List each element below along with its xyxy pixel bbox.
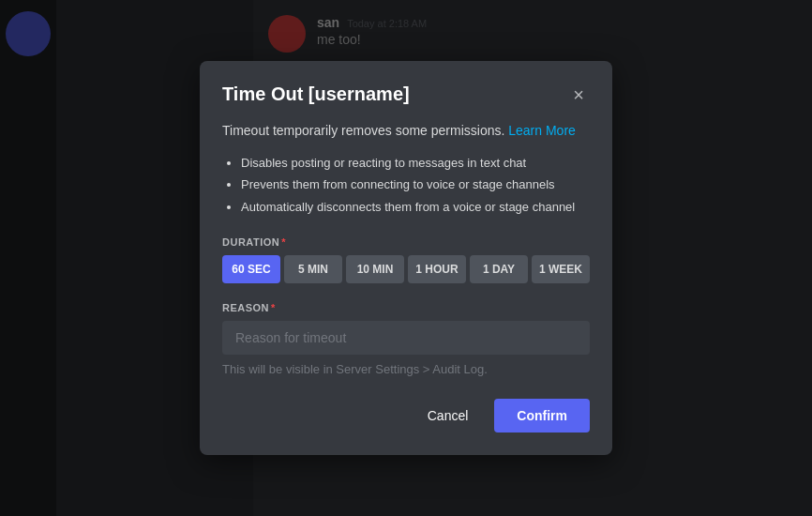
modal-title: Time Out [username] (222, 83, 410, 105)
duration-5min[interactable]: 5 MIN (284, 255, 342, 283)
audit-note: This will be visible in Server Settings … (222, 362, 590, 376)
permissions-list: Disables posting or reacting to messages… (222, 152, 590, 218)
learn-more-link[interactable]: Learn More (508, 123, 576, 138)
permission-item: Automatically disconnects them from a vo… (241, 196, 590, 218)
duration-1day[interactable]: 1 DAY (470, 255, 528, 283)
duration-1hour[interactable]: 1 HOUR (408, 255, 466, 283)
required-star: * (281, 236, 286, 248)
reason-label: REASON* (222, 302, 590, 313)
modal-description: Timeout temporarily removes some permiss… (222, 121, 590, 141)
reason-input[interactable] (222, 321, 590, 355)
required-star: * (271, 302, 276, 313)
modal-header: Time Out [username] × (222, 83, 590, 106)
modal-overlay: Time Out [username] × Timeout temporaril… (0, 0, 812, 516)
cancel-button[interactable]: Cancel (413, 401, 484, 431)
timeout-modal: Time Out [username] × Timeout temporaril… (200, 61, 612, 455)
close-button[interactable]: × (567, 83, 590, 106)
permission-item: Disables posting or reacting to messages… (241, 152, 590, 174)
modal-footer: Cancel Confirm (222, 399, 590, 433)
duration-label: DURATION* (222, 236, 590, 248)
duration-10min[interactable]: 10 MIN (346, 255, 404, 283)
duration-1week[interactable]: 1 WEEK (532, 255, 590, 283)
permission-item: Prevents them from connecting to voice o… (241, 174, 590, 195)
duration-60sec[interactable]: 60 SEC (222, 255, 280, 283)
duration-button-group: 60 SEC 5 MIN 10 MIN 1 HOUR 1 DAY 1 WEEK (222, 255, 590, 283)
confirm-button[interactable]: Confirm (494, 399, 590, 433)
